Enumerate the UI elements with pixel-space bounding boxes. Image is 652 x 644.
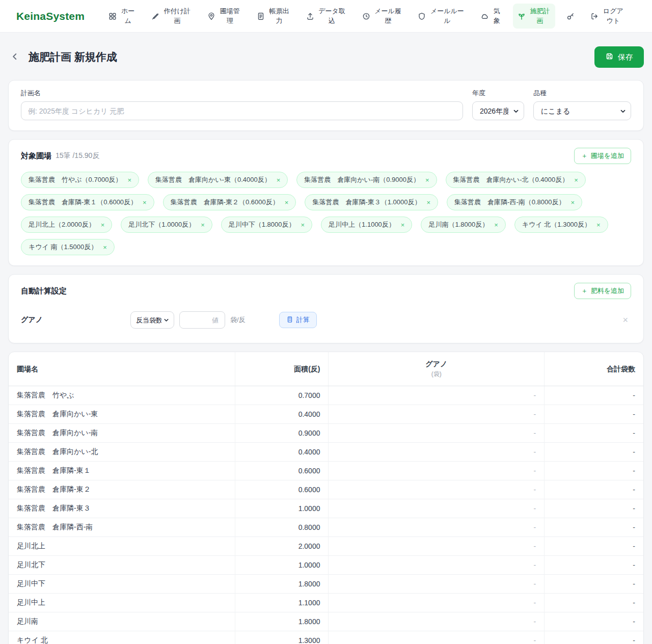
field-name-cell: 集落営農 倉庫隣-東３ [9,499,235,518]
nav-item-key[interactable] [562,9,579,23]
field-name-cell: 足川中上 [9,594,235,612]
total-bags-cell: - [545,424,643,443]
field-tag-list: 集落営農 竹やぶ（0.7000反）×集落営農 倉庫向かい-東（0.4000反）×… [21,172,631,255]
field-tag: 集落営農 倉庫隣-東２（0.6000反）× [163,194,296,210]
nav-item-weather[interactable]: 気象 [476,4,506,29]
wheat-icon [151,12,159,20]
fertilizer-cell: - [329,405,545,424]
fertilizer-cell: - [329,480,545,499]
nav-item-report-output[interactable]: 帳票出力 [252,4,295,29]
year-label: 年度 [472,89,524,98]
nav-item-label: ログアウト [602,7,624,26]
total-bags-cell: - [545,480,643,499]
field-tag: 集落営農 倉庫向かい-北（0.4000反）× [446,172,586,188]
total-bags-cell: - [545,386,643,405]
field-tag-label: 集落営農 倉庫隣-東２（0.6000反） [171,198,279,207]
field-tag-label: 足川北下（1.0000反） [128,220,195,229]
field-tag-label: 足川中下（1.8000反） [229,220,295,229]
remove-tag-icon[interactable]: × [127,176,131,184]
col-header-field: 圃場名 [9,352,235,386]
nav-item-logout[interactable]: ログアウト [586,4,629,29]
table-row: 集落営農 倉庫隣-東１0.6000-- [9,462,643,480]
remove-tag-icon[interactable]: × [570,199,575,206]
area-cell: 0.6000 [235,480,329,499]
remove-tag-icon[interactable]: × [301,221,305,229]
calc-method-select[interactable]: 反当袋数 [130,311,174,329]
nav-item-mail-history[interactable]: メール履歴 [358,4,407,29]
total-bags-cell: - [545,443,643,462]
table-row: 集落営農 倉庫向かい-東0.4000-- [9,405,643,424]
nav-item-label: データ取込 [318,7,346,26]
target-fields-card: 対象圃場 15筆 /15.90反 ＋ 圃場を追加 集落営農 竹やぶ（0.7000… [8,139,644,266]
field-name-cell: 集落営農 倉庫隣-東１ [9,462,235,480]
nav-item-fertilizer-plan[interactable]: 施肥計画 [513,4,556,29]
field-tag-label: 足川北上（2.0000反） [29,220,95,229]
remove-tag-icon[interactable]: × [277,176,281,184]
plan-name-input[interactable] [21,101,463,120]
field-tag: 足川南（1.8000反）× [421,217,505,233]
save-button[interactable]: 保存 [594,46,644,68]
remove-tag-icon[interactable]: × [401,221,405,229]
save-icon [605,52,614,62]
field-tag: 集落営農 倉庫向かい-南（0.9000反）× [296,172,437,188]
table-row: 足川北上2.0000-- [9,537,643,556]
col-header-area: 面積(反) [235,352,329,386]
fertilizer-cell: - [329,386,545,405]
total-bags-cell: - [545,631,643,644]
history-icon [362,12,370,20]
area-cell: 1.8000 [235,612,329,631]
field-tag-label: 集落営農 倉庫隣-東１（0.6000反） [29,198,137,207]
back-button[interactable] [8,50,21,65]
shield-icon [418,12,426,20]
nav-item-home[interactable]: ホーム [104,4,140,29]
nav-item-label: 圃場管理 [219,7,241,26]
fertilizer-cell: - [329,462,545,480]
nav-item-mail-rules[interactable]: メールルール [413,4,469,29]
add-fertilizer-button[interactable]: ＋ 肥料を追加 [574,283,631,299]
plus-icon: ＋ [581,286,588,296]
remove-tag-icon[interactable]: × [285,199,289,206]
remove-tag-icon[interactable]: × [425,176,429,184]
fields-table-card: 圃場名 面積(反) グアノ (袋) 合計袋数 集落営農 竹やぶ0.7000--集… [8,352,644,644]
remove-tag-icon[interactable]: × [143,199,147,206]
remove-tag-icon[interactable]: × [201,221,205,229]
sprout-icon [518,12,526,20]
field-tag: 足川北上（2.0000反）× [21,217,112,233]
brand-logo[interactable]: KeinaSystem [16,10,85,22]
area-cell: 1.0000 [235,499,329,518]
remove-tag-icon[interactable]: × [596,221,601,229]
area-cell: 2.0000 [235,537,329,556]
year-select[interactable]: 2026年度 [472,101,524,120]
field-tag-label: キウイ 北（1.3000反） [522,220,591,229]
add-field-button[interactable]: ＋ 圃場を追加 [574,148,631,164]
field-tag-label: 集落営農 倉庫向かい-南（0.9000反） [304,175,420,184]
nav-item-planting-plan[interactable]: 作付け計画 [147,4,196,29]
remove-tag-icon[interactable]: × [103,244,107,251]
total-bags-cell: - [545,405,643,424]
main-content: 施肥計画 新規作成 保存 計画名 年度 2026年度 品種 にこまる [0,33,652,644]
area-cell: 0.8000 [235,518,329,537]
nav-item-data-import[interactable]: データ取込 [302,4,351,29]
table-row: 集落営農 倉庫隣-西-南0.8000-- [9,518,643,537]
fertilizer-cell: - [329,575,545,594]
field-tag: キウイ 北（1.3000反）× [514,217,608,233]
variety-select[interactable]: にこまる [533,101,631,120]
calc-value-input[interactable] [179,311,225,329]
remove-fertilizer-button[interactable]: × [619,314,631,326]
calculate-button[interactable]: 計算 [279,312,317,328]
remove-tag-icon[interactable]: × [101,221,105,229]
nav-item-label: メールルール [429,7,465,26]
nav-item-label: 施肥計画 [529,7,551,26]
total-bags-cell: - [545,499,643,518]
remove-tag-icon[interactable]: × [426,199,430,206]
table-row: 集落営農 竹やぶ0.7000-- [9,386,643,405]
field-tag-label: 集落営農 倉庫向かい-北（0.4000反） [453,175,569,184]
table-row: 足川北下1.0000-- [9,556,643,575]
field-name-cell: 集落営農 倉庫向かい-南 [9,424,235,443]
remove-tag-icon[interactable]: × [494,221,498,229]
remove-tag-icon[interactable]: × [574,176,578,184]
nav-item-field-management[interactable]: 圃場管理 [203,4,246,29]
add-fertilizer-label: 肥料を追加 [591,286,624,296]
area-cell: 0.6000 [235,462,329,480]
field-tag: 集落営農 倉庫向かい-東（0.4000反）× [148,172,288,188]
